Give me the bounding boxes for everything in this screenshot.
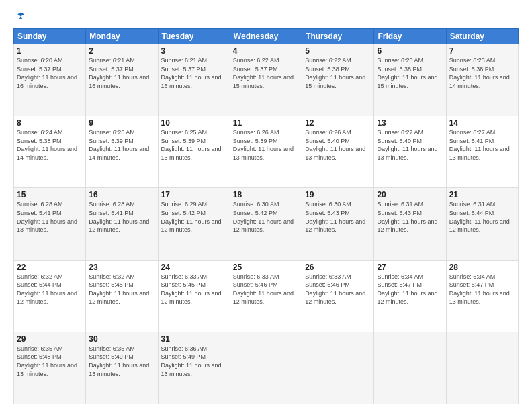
day-number: 3: [161, 46, 227, 56]
day-number: 17: [161, 190, 227, 199]
day-info: Sunrise: 6:24 AMSunset: 5:38 PMDaylight:…: [17, 128, 83, 162]
calendar-cell: 6Sunrise: 6:23 AMSunset: 5:38 PMDaylight…: [374, 44, 446, 116]
day-number: 9: [89, 118, 154, 128]
day-info: Sunrise: 6:20 AMSunset: 5:37 PMDaylight:…: [17, 56, 83, 90]
calendar-col-monday: Monday: [86, 29, 158, 44]
day-info: Sunrise: 6:29 AMSunset: 5:42 PMDaylight:…: [161, 200, 227, 234]
calendar-header-row: SundayMondayTuesdayWednesdayThursdayFrid…: [14, 29, 519, 44]
calendar-cell: 19Sunrise: 6:30 AMSunset: 5:43 PMDayligh…: [302, 188, 374, 260]
day-number: 31: [161, 334, 227, 344]
day-number: 11: [233, 118, 299, 128]
day-number: 29: [17, 334, 83, 344]
calendar-cell: [230, 332, 302, 404]
calendar-col-friday: Friday: [374, 29, 446, 44]
day-number: 5: [305, 46, 371, 56]
calendar-col-wednesday: Wednesday: [230, 29, 302, 44]
calendar-cell: 5Sunrise: 6:22 AMSunset: 5:38 PMDaylight…: [302, 44, 374, 116]
calendar-cell: 17Sunrise: 6:29 AMSunset: 5:42 PMDayligh…: [158, 188, 230, 260]
day-info: Sunrise: 6:36 AMSunset: 5:49 PMDaylight:…: [161, 345, 227, 378]
calendar-cell: 26Sunrise: 6:33 AMSunset: 5:46 PMDayligh…: [302, 260, 374, 332]
calendar-col-tuesday: Tuesday: [158, 29, 230, 44]
calendar-cell: 18Sunrise: 6:30 AMSunset: 5:42 PMDayligh…: [230, 188, 302, 260]
day-number: 12: [305, 118, 371, 128]
day-info: Sunrise: 6:28 AMSunset: 5:41 PMDaylight:…: [17, 200, 83, 234]
logo: [13, 11, 27, 23]
calendar-week-row: 15Sunrise: 6:28 AMSunset: 5:41 PMDayligh…: [14, 188, 519, 260]
day-info: Sunrise: 6:27 AMSunset: 5:41 PMDaylight:…: [449, 128, 515, 162]
day-number: 8: [17, 118, 83, 128]
day-number: 15: [17, 190, 83, 199]
day-info: Sunrise: 6:31 AMSunset: 5:44 PMDaylight:…: [449, 200, 515, 234]
calendar-cell: [374, 332, 446, 404]
day-number: 21: [449, 190, 515, 199]
calendar-cell: 14Sunrise: 6:27 AMSunset: 5:41 PMDayligh…: [446, 116, 518, 188]
calendar-cell: 7Sunrise: 6:23 AMSunset: 5:38 PMDaylight…: [446, 44, 518, 116]
calendar-cell: 15Sunrise: 6:28 AMSunset: 5:41 PMDayligh…: [14, 188, 86, 260]
day-info: Sunrise: 6:34 AMSunset: 5:47 PMDaylight:…: [449, 273, 515, 306]
calendar-week-row: 29Sunrise: 6:35 AMSunset: 5:48 PMDayligh…: [14, 332, 519, 404]
day-info: Sunrise: 6:30 AMSunset: 5:43 PMDaylight:…: [305, 200, 371, 234]
day-info: Sunrise: 6:23 AMSunset: 5:38 PMDaylight:…: [377, 56, 443, 90]
calendar-cell: 31Sunrise: 6:36 AMSunset: 5:49 PMDayligh…: [158, 332, 230, 404]
calendar-col-thursday: Thursday: [302, 29, 374, 44]
day-info: Sunrise: 6:25 AMSunset: 5:39 PMDaylight:…: [161, 128, 227, 162]
day-number: 13: [377, 118, 443, 128]
day-info: Sunrise: 6:25 AMSunset: 5:39 PMDaylight:…: [89, 128, 154, 162]
day-info: Sunrise: 6:32 AMSunset: 5:44 PMDaylight:…: [17, 273, 83, 306]
day-number: 10: [161, 118, 227, 128]
calendar-col-saturday: Saturday: [446, 29, 518, 44]
day-number: 22: [17, 263, 83, 272]
day-info: Sunrise: 6:28 AMSunset: 5:41 PMDaylight:…: [89, 200, 154, 234]
header: [13, 11, 519, 23]
calendar-cell: 27Sunrise: 6:34 AMSunset: 5:47 PMDayligh…: [374, 260, 446, 332]
calendar-cell: [302, 332, 374, 404]
calendar-cell: 12Sunrise: 6:26 AMSunset: 5:40 PMDayligh…: [302, 116, 374, 188]
day-info: Sunrise: 6:22 AMSunset: 5:38 PMDaylight:…: [305, 56, 371, 90]
day-number: 23: [89, 263, 154, 272]
day-number: 2: [89, 46, 154, 56]
calendar-col-sunday: Sunday: [14, 29, 86, 44]
day-number: 20: [377, 190, 443, 199]
day-info: Sunrise: 6:27 AMSunset: 5:40 PMDaylight:…: [377, 128, 443, 162]
day-number: 26: [305, 263, 371, 272]
day-number: 1: [17, 46, 83, 56]
day-info: Sunrise: 6:34 AMSunset: 5:47 PMDaylight:…: [377, 273, 443, 306]
day-number: 28: [449, 263, 515, 272]
day-info: Sunrise: 6:33 AMSunset: 5:46 PMDaylight:…: [233, 273, 299, 306]
day-info: Sunrise: 6:26 AMSunset: 5:40 PMDaylight:…: [305, 128, 371, 162]
calendar-cell: 30Sunrise: 6:35 AMSunset: 5:49 PMDayligh…: [86, 332, 158, 404]
calendar-table: SundayMondayTuesdayWednesdayThursdayFrid…: [13, 28, 519, 404]
calendar-cell: 29Sunrise: 6:35 AMSunset: 5:48 PMDayligh…: [14, 332, 86, 404]
day-number: 25: [233, 263, 299, 272]
day-info: Sunrise: 6:30 AMSunset: 5:42 PMDaylight:…: [233, 200, 299, 234]
day-info: Sunrise: 6:21 AMSunset: 5:37 PMDaylight:…: [161, 56, 227, 90]
day-info: Sunrise: 6:35 AMSunset: 5:48 PMDaylight:…: [17, 345, 83, 378]
day-number: 19: [305, 190, 371, 199]
calendar-week-row: 1Sunrise: 6:20 AMSunset: 5:37 PMDaylight…: [14, 44, 519, 116]
day-info: Sunrise: 6:32 AMSunset: 5:45 PMDaylight:…: [89, 273, 154, 306]
day-info: Sunrise: 6:22 AMSunset: 5:37 PMDaylight:…: [233, 56, 299, 90]
calendar-cell: 4Sunrise: 6:22 AMSunset: 5:37 PMDaylight…: [230, 44, 302, 116]
day-number: 6: [377, 46, 443, 56]
day-number: 7: [449, 46, 515, 56]
calendar-cell: 20Sunrise: 6:31 AMSunset: 5:43 PMDayligh…: [374, 188, 446, 260]
calendar-cell: 28Sunrise: 6:34 AMSunset: 5:47 PMDayligh…: [446, 260, 518, 332]
calendar-week-row: 8Sunrise: 6:24 AMSunset: 5:38 PMDaylight…: [14, 116, 519, 188]
day-number: 18: [233, 190, 299, 199]
calendar-cell: 24Sunrise: 6:33 AMSunset: 5:45 PMDayligh…: [158, 260, 230, 332]
day-info: Sunrise: 6:21 AMSunset: 5:37 PMDaylight:…: [89, 56, 154, 90]
day-info: Sunrise: 6:23 AMSunset: 5:38 PMDaylight:…: [449, 56, 515, 90]
calendar-cell: 25Sunrise: 6:33 AMSunset: 5:46 PMDayligh…: [230, 260, 302, 332]
calendar-cell: 3Sunrise: 6:21 AMSunset: 5:37 PMDaylight…: [158, 44, 230, 116]
day-number: 27: [377, 263, 443, 272]
calendar-cell: 8Sunrise: 6:24 AMSunset: 5:38 PMDaylight…: [14, 116, 86, 188]
day-info: Sunrise: 6:33 AMSunset: 5:46 PMDaylight:…: [305, 273, 371, 306]
calendar-cell: 2Sunrise: 6:21 AMSunset: 5:37 PMDaylight…: [86, 44, 158, 116]
calendar-cell: 9Sunrise: 6:25 AMSunset: 5:39 PMDaylight…: [86, 116, 158, 188]
page: SundayMondayTuesdayWednesdayThursdayFrid…: [0, 0, 532, 411]
calendar-week-row: 22Sunrise: 6:32 AMSunset: 5:44 PMDayligh…: [14, 260, 519, 332]
day-number: 24: [161, 263, 227, 272]
day-number: 16: [89, 190, 154, 199]
calendar-cell: 16Sunrise: 6:28 AMSunset: 5:41 PMDayligh…: [86, 188, 158, 260]
bird-icon: [15, 11, 27, 23]
